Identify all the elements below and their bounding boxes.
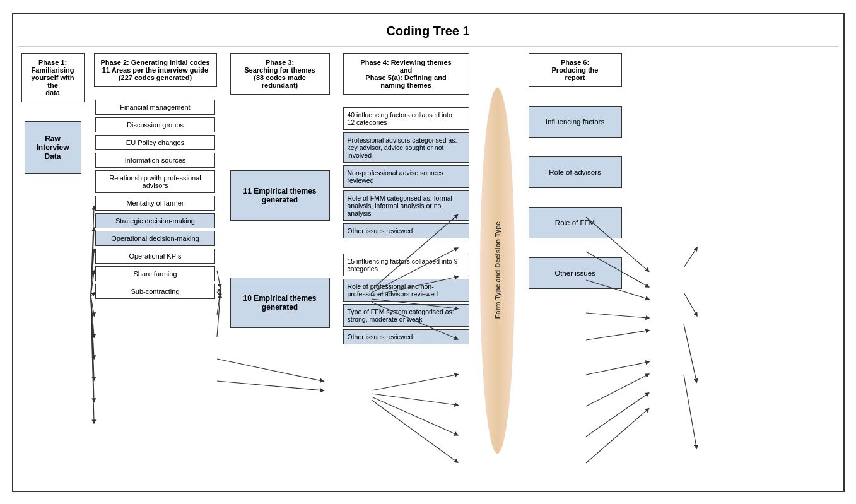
main-title: Coding Tree 1 (18, 19, 838, 47)
svg-line-23 (372, 375, 457, 390)
outer-container: Coding Tree 1 (12, 13, 845, 492)
svg-line-10 (91, 296, 94, 401)
output-other: Other issues (529, 257, 622, 289)
column-phase3: Phase 3: Searching for themes (88 codes … (226, 53, 334, 328)
column-phase1: Phase 1: Familiarising yourself with the… (18, 53, 88, 174)
empirical-upper-box: 11 Empirical themes generated (230, 170, 330, 221)
area-item-strategic: Strategic decision-making (95, 213, 215, 228)
lower-theme-4: Other issues reviewed: (343, 329, 469, 344)
phase4-box: Phase 4: Reviewing themes and Phase 5(a)… (343, 53, 469, 95)
area-item-discussion: Discussion groups (95, 117, 215, 132)
areas-list: Financial management Discussion groups E… (95, 100, 215, 299)
svg-line-38 (684, 324, 696, 381)
phase1-box: Phase 1: Familiarising yourself with the… (21, 53, 85, 102)
oval-text: Farm Type and Decision Type (494, 221, 501, 319)
svg-line-25 (372, 397, 457, 435)
area-item-info: Information sources (95, 153, 215, 168)
upper-theme-3: Non-professional advise sources reviewed (343, 165, 469, 188)
area-item-financial: Financial management (95, 100, 215, 115)
svg-line-31 (586, 331, 648, 340)
diagram-wrapper: Phase 1: Familiarising yourself with the… (18, 53, 838, 454)
output-ffm: Role of FFM (529, 207, 622, 238)
empirical-lower-box: 10 Empirical themes generated (230, 278, 330, 328)
column-phase6: Phase 6: Producing the report Influencin… (525, 53, 626, 308)
area-item-kpis: Operational KPIs (95, 249, 215, 264)
svg-line-33 (586, 375, 648, 406)
phase2-box: Phase 2: Generating initial codes 11 Are… (94, 53, 217, 87)
lower-theme-2: Role of professional and non- profession… (343, 279, 469, 302)
svg-line-24 (372, 394, 457, 405)
column-phase2: Phase 2: Generating initial codes 11 Are… (91, 53, 220, 299)
svg-line-16 (217, 359, 322, 381)
area-item-subcontracting: Sub-contracting (95, 284, 215, 299)
svg-line-32 (586, 362, 648, 375)
svg-line-36 (684, 249, 696, 267)
upper-theme-5: Other issues reviewed (343, 223, 469, 238)
output-items-list: Influencing factors Role of advisors Rol… (529, 106, 622, 308)
svg-line-35 (586, 409, 648, 463)
svg-line-11 (91, 296, 94, 422)
area-item-mentality: Mentality of farmer (95, 196, 215, 211)
svg-line-15 (217, 296, 220, 337)
area-item-relationship: Relationship with professional advisors (95, 170, 215, 193)
area-item-operational: Operational decision-making (95, 231, 215, 246)
oval-shape: Farm Type and Decision Type (480, 88, 515, 454)
lower-theme-1: 15 influencing factors collapsed into 9 … (343, 254, 469, 276)
output-advisors: Role of advisors (529, 156, 622, 188)
upper-themes-list: 40 influencing factors collapsed into 12… (343, 107, 469, 238)
area-item-share: Share farming (95, 266, 215, 281)
svg-line-26 (372, 400, 457, 462)
svg-line-34 (586, 394, 648, 437)
svg-line-37 (684, 293, 696, 315)
svg-line-39 (684, 375, 696, 447)
column-phase4: Phase 4: Reviewing themes and Phase 5(a)… (340, 53, 472, 344)
svg-line-9 (91, 296, 94, 379)
upper-theme-4: Role of FMM categorised as: formal analy… (343, 190, 469, 221)
output-influencing: Influencing factors (529, 106, 622, 138)
svg-line-17 (217, 381, 322, 390)
svg-line-8 (91, 296, 94, 358)
phase3-box: Phase 3: Searching for themes (88 codes … (230, 53, 330, 95)
oval-column: Farm Type and Decision Type (476, 88, 520, 454)
upper-theme-1: 40 influencing factors collapsed into 12… (343, 107, 469, 130)
lower-theme-3: Type of FFM system categorised as: stron… (343, 304, 469, 327)
upper-theme-2: Professional advisors categorised as: ke… (343, 132, 469, 163)
svg-line-7 (91, 296, 94, 336)
area-item-eu: EU Policy changes (95, 135, 215, 150)
raw-data-box: Raw Interview Data (25, 121, 81, 174)
phase6-box: Phase 6: Producing the report (529, 53, 622, 87)
lower-themes-list: 15 influencing factors collapsed into 9 … (343, 254, 469, 344)
svg-line-30 (586, 313, 648, 318)
